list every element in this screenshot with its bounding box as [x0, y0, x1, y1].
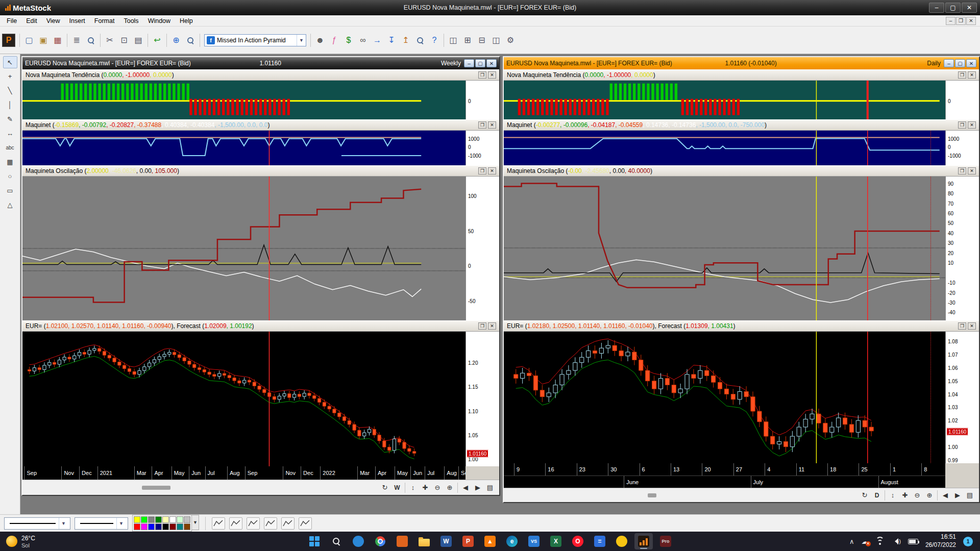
- daily-maximize-button[interactable]: ▢: [955, 59, 965, 67]
- pencil-tool[interactable]: ✎: [3, 112, 17, 126]
- chevron-down-icon[interactable]: ▼: [297, 35, 306, 46]
- chart-canvas[interactable]: [22, 81, 465, 119]
- chart-canvas[interactable]: [504, 177, 945, 320]
- menu-format[interactable]: Format: [90, 16, 119, 26]
- daily-scroll-left-button[interactable]: ◀: [939, 490, 951, 501]
- photos-icon[interactable]: [393, 533, 411, 549]
- context-help-button[interactable]: ?: [427, 33, 442, 47]
- daily-date-axis[interactable]: JuneJulyAugust: [504, 475, 945, 488]
- color-swatch[interactable]: [141, 516, 148, 523]
- chart-canvas[interactable]: [504, 131, 945, 165]
- chart-scrollbar[interactable]: [26, 485, 379, 490]
- close-button[interactable]: ✕: [962, 3, 977, 13]
- daily-refresh-button[interactable]: ↻: [859, 490, 871, 501]
- menu-insert[interactable]: Insert: [65, 16, 90, 26]
- daily-scroll-right-button[interactable]: ▶: [951, 490, 964, 501]
- undo-button[interactable]: ↩: [150, 33, 164, 47]
- save-button[interactable]: ▦: [51, 33, 65, 47]
- daily-pan-button[interactable]: ✚: [899, 490, 911, 501]
- chart-plot[interactable]: [504, 332, 945, 463]
- menu-help[interactable]: Help: [175, 16, 198, 26]
- color-swatch[interactable]: [141, 523, 148, 530]
- color-swatch[interactable]: [155, 523, 162, 530]
- maximize-button[interactable]: ▢: [945, 3, 961, 13]
- weekly-scroll-right-button[interactable]: ▶: [472, 482, 484, 493]
- line-style-select-1[interactable]: ▼: [4, 517, 70, 530]
- chart-canvas[interactable]: [504, 81, 945, 119]
- wifi-icon[interactable]: [875, 538, 885, 545]
- battery-icon[interactable]: [908, 539, 918, 544]
- chrome-icon[interactable]: [371, 533, 389, 549]
- pattern-1-button[interactable]: [212, 517, 225, 530]
- weekly-date-axis[interactable]: SepNovDec2021MarAprMayJunJulAugSepNovDec…: [22, 466, 465, 480]
- pattern-5-button[interactable]: [281, 517, 295, 530]
- volume-icon[interactable]: )): [892, 538, 901, 544]
- paste-button[interactable]: ▤: [131, 33, 145, 47]
- daily-periodicity-button[interactable]: D: [871, 490, 883, 501]
- chart-plot[interactable]: [22, 81, 465, 119]
- triangle-tool[interactable]: △: [3, 198, 17, 211]
- pane-close-button[interactable]: ✕: [968, 121, 976, 129]
- template-dropdown[interactable]: fMissed In Action Pyramid▼: [204, 34, 306, 46]
- chart-plot[interactable]: [22, 332, 465, 466]
- weekly-refresh-button[interactable]: ↻: [379, 482, 391, 493]
- pane-restore-button[interactable]: ❐: [958, 121, 966, 129]
- daily-window-titlebar[interactable]: EURUSD Nova Maquineta.mwl - [EUR=] FOREX…: [504, 57, 979, 69]
- cut-button[interactable]: ✂: [103, 33, 117, 47]
- line-style-select-2[interactable]: ▼: [75, 517, 128, 530]
- pane-close-button[interactable]: ✕: [968, 167, 976, 174]
- menu-edit[interactable]: Edit: [21, 16, 42, 26]
- pane-header[interactable]: Maquinet ( -0.15869, -0.00792, -0.20827,…: [22, 119, 499, 131]
- settings-gear-button[interactable]: ⚙: [503, 33, 518, 47]
- tile-horizontal-button[interactable]: ⊟: [475, 33, 489, 47]
- weekly-close-button[interactable]: ✕: [486, 59, 497, 67]
- pointer-tool[interactable]: ↖: [3, 56, 17, 68]
- pane-header[interactable]: Nova Maquineta Tendência ( 0.0000, -1.00…: [22, 69, 499, 81]
- color-swatch[interactable]: [162, 523, 169, 530]
- crosshair-pointer-button[interactable]: ⊕: [169, 33, 183, 47]
- daily-vertical-scale-button[interactable]: ↕: [887, 490, 899, 501]
- pane-restore-button[interactable]: ❐: [958, 71, 966, 79]
- pane-restore-button[interactable]: ❐: [958, 167, 966, 174]
- chart-plot[interactable]: [22, 177, 465, 320]
- chart-plot[interactable]: [504, 81, 945, 119]
- weekly-zoom-in-button[interactable]: ⊕: [444, 482, 456, 493]
- color-swatch[interactable]: [148, 516, 155, 523]
- pane-close-button[interactable]: ✕: [488, 71, 496, 79]
- cascade-windows-button[interactable]: ◫: [446, 33, 460, 47]
- weekly-window-titlebar[interactable]: EURUSD Nova Maquineta.mwl - [EUR=] FOREX…: [22, 57, 499, 69]
- widgets-icon[interactable]: [349, 533, 368, 549]
- color-swatch[interactable]: [134, 516, 140, 523]
- forward-button[interactable]: →: [370, 33, 384, 47]
- pane-restore-button[interactable]: ❐: [478, 71, 486, 79]
- weekly-maximize-button[interactable]: ▢: [475, 59, 485, 67]
- chevron-down-icon[interactable]: ▼: [116, 518, 126, 529]
- menu-view[interactable]: View: [42, 16, 65, 26]
- chart-scrollbar-thumb[interactable]: [648, 493, 656, 497]
- edge-icon[interactable]: e: [503, 533, 521, 549]
- chart-canvas[interactable]: [22, 332, 465, 466]
- powerpoint-icon[interactable]: P: [459, 533, 477, 549]
- ellipse-tool[interactable]: ○: [3, 169, 17, 183]
- tile-windows-button[interactable]: ⊞: [460, 33, 475, 47]
- upload-button[interactable]: ↥: [399, 33, 413, 47]
- page-setup-button[interactable]: ≣: [69, 33, 84, 47]
- chart-scrollbar[interactable]: [507, 493, 859, 498]
- chart-plot[interactable]: [504, 177, 945, 320]
- pane-restore-button[interactable]: ❐: [958, 322, 966, 330]
- options-button[interactable]: [413, 33, 427, 47]
- calculator-icon[interactable]: =: [591, 533, 609, 549]
- color-swatch[interactable]: [155, 516, 162, 523]
- chart-plot[interactable]: [504, 131, 945, 165]
- onedrive-icon[interactable]: ☁✕: [862, 538, 868, 545]
- menu-tools[interactable]: Tools: [119, 16, 143, 26]
- file-explorer-icon[interactable]: [415, 533, 433, 549]
- pro-icon[interactable]: Pro: [656, 533, 675, 549]
- system-tester-button[interactable]: $: [341, 33, 356, 47]
- daily-data-table-button[interactable]: ▤: [964, 490, 976, 501]
- color-swatch[interactable]: [162, 516, 169, 523]
- notification-badge[interactable]: 1: [963, 537, 973, 546]
- tray-chevron-icon[interactable]: ∧: [849, 538, 854, 545]
- chart-canvas[interactable]: [504, 332, 945, 463]
- pattern-6-button[interactable]: [299, 517, 312, 530]
